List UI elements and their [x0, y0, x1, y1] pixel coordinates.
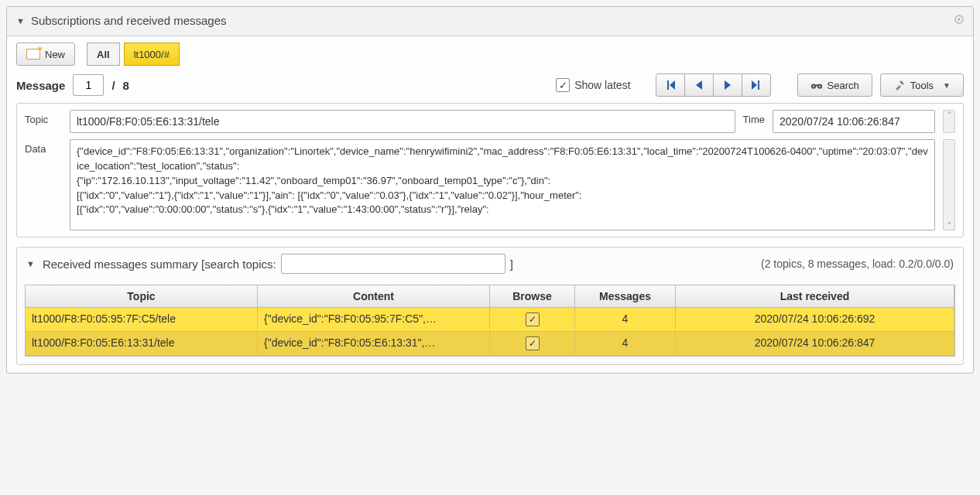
table-row[interactable]: lt1000/F8:F0:05:E6:13:31/tele {"device_i… [26, 332, 954, 356]
svg-rect-4 [814, 84, 818, 86]
col-content[interactable]: Content [258, 285, 490, 308]
summary-stats: (2 topics, 8 messages, load: 0.2/0.0/0.0… [761, 258, 954, 270]
cell-last: 2020/07/24 10:06:26:692 [676, 308, 954, 332]
cell-topic: lt1000/F8:F0:05:E6:13:31/tele [26, 332, 258, 356]
tools-icon [893, 79, 906, 91]
new-label: New [45, 49, 65, 60]
binoculars-icon [810, 79, 823, 91]
summary-grid: Topic Content Browse Messages Last recei… [25, 285, 955, 357]
nav-button-group [656, 73, 771, 97]
data-label: Data [25, 139, 62, 155]
detail-scrollbar[interactable]: ˄ [943, 110, 955, 133]
topic-input[interactable] [70, 110, 735, 133]
panel-title: Subscriptions and received messages [31, 14, 227, 27]
checkbox-icon: ✓ [526, 336, 540, 350]
table-row[interactable]: lt1000/F8:F0:05:95:7F:C5/tele {"device_i… [26, 308, 954, 332]
next-button[interactable] [713, 73, 742, 97]
message-label: Message [16, 79, 65, 92]
message-separator: / [111, 79, 115, 92]
message-index-input[interactable] [73, 74, 104, 96]
gear-icon[interactable] [953, 13, 965, 28]
col-browse[interactable]: Browse [490, 285, 575, 308]
cell-topic: lt1000/F8:F0:05:95:7F:C5/tele [26, 308, 258, 332]
summary-panel: ▼ Received messages summary [search topi… [16, 247, 964, 365]
cell-content: {"device_id":"F8:F0:05:E6:13:31",… [258, 332, 490, 356]
cell-browse[interactable]: ✓ [490, 308, 575, 332]
cell-messages: 4 [575, 332, 676, 356]
new-button[interactable]: New [16, 43, 75, 66]
search-topics-input[interactable] [281, 254, 505, 274]
show-latest-label: Show latest [574, 79, 630, 91]
tab-all[interactable]: All [87, 43, 120, 66]
col-topic[interactable]: Topic [26, 285, 258, 308]
search-label: Search [828, 80, 859, 91]
chevron-down-icon: ▼ [943, 81, 951, 90]
first-button[interactable] [656, 73, 685, 97]
svg-point-1 [958, 18, 961, 21]
panel-header[interactable]: ▼ Subscriptions and received messages [7, 7, 973, 36]
collapse-icon: ▼ [16, 16, 25, 26]
summary-title-suffix: ] [510, 258, 513, 271]
cell-messages: 4 [575, 308, 676, 332]
tools-label: Tools [910, 80, 934, 91]
data-row: Data {"device_id":"F8:F0:05:E6:13:31","o… [17, 139, 963, 237]
topic-label: Topic [25, 110, 62, 125]
last-button[interactable] [742, 73, 771, 97]
tab-filter[interactable]: lt1000/# [124, 43, 180, 66]
checkbox-icon: ✓ [526, 312, 540, 326]
collapse-icon: ▼ [26, 259, 35, 268]
cell-browse[interactable]: ✓ [490, 332, 575, 356]
detail-scrollbar-lower[interactable]: ˅ [943, 139, 955, 230]
svg-point-6 [818, 85, 820, 87]
summary-header[interactable]: ▼ Received messages summary [search topi… [17, 248, 963, 280]
show-latest-toggle[interactable]: ✓ Show latest [556, 78, 630, 92]
data-textarea[interactable]: {"device_id":"F8:F0:05:E6:13:31","organi… [70, 139, 935, 230]
message-detail: Topic Time ˄ Data {"device_id":"F8:F0:05… [16, 103, 964, 237]
prev-button[interactable] [684, 73, 714, 97]
tools-button[interactable]: Tools ▼ [880, 73, 964, 97]
col-messages[interactable]: Messages [575, 285, 676, 308]
svg-point-5 [812, 85, 814, 87]
subscriptions-panel: ▼ Subscriptions and received messages Ne… [6, 6, 974, 374]
search-button[interactable]: Search [797, 73, 872, 97]
new-icon [26, 49, 40, 60]
tabs-toolbar: New All lt1000/# [7, 36, 973, 66]
topic-row: Topic Time ˄ [17, 104, 963, 139]
time-label: Time [743, 110, 765, 125]
cell-content: {"device_id":"F8:F0:05:95:7F:C5",… [258, 308, 490, 332]
message-nav: Message / 8 ✓ Show latest [7, 66, 973, 103]
time-input[interactable] [773, 110, 935, 133]
col-last[interactable]: Last received [676, 285, 954, 308]
message-total: 8 [123, 79, 129, 92]
checkbox-icon: ✓ [556, 78, 570, 92]
summary-title-prefix: Received messages summary [search topics… [43, 258, 276, 271]
cell-last: 2020/07/24 10:06:26:847 [676, 332, 954, 356]
grid-header: Topic Content Browse Messages Last recei… [26, 285, 954, 308]
